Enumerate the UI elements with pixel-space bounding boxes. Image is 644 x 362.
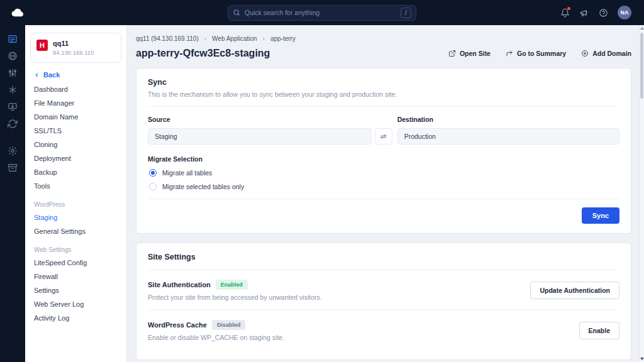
- sidebar-item-ssl-tls[interactable]: SSL/TLS: [25, 124, 126, 138]
- scroll-up-arrow-icon[interactable]: [640, 27, 644, 30]
- icon-rail: [0, 25, 25, 362]
- add-domain-label: Add Domain: [592, 50, 631, 57]
- sidebar-item-tools[interactable]: Tools: [25, 179, 126, 193]
- topbar: / NA: [0, 0, 644, 25]
- back-button[interactable]: Back: [25, 63, 126, 82]
- plus-icon: [581, 50, 589, 57]
- help-icon[interactable]: [599, 8, 608, 18]
- scroll-down-arrow-icon: [640, 358, 644, 360]
- sidebar-item-web-server-log[interactable]: Web Server Log: [25, 297, 126, 311]
- topbar-actions: NA: [560, 6, 644, 19]
- page-title: app-terry-Qfcw3Ec8-staging: [136, 48, 270, 59]
- radio-migrate-all-label: Migrate all tables: [162, 169, 212, 177]
- vertical-scrollbar[interactable]: [639, 25, 644, 362]
- site-authentication-label: Site Authentication: [148, 281, 211, 288]
- sidebar: H qq11 94.130.169.110 Back Dashboard Fil…: [25, 25, 127, 362]
- global-search[interactable]: /: [228, 5, 416, 21]
- site-settings-title: Site Settings: [148, 253, 619, 261]
- search-shortcut-key: /: [401, 8, 411, 18]
- server-provider-logo: H: [36, 40, 48, 51]
- sidebar-item-domain-name[interactable]: Domain Name: [25, 110, 126, 124]
- sliders-icon[interactable]: [8, 68, 18, 78]
- sidebar-section-web-settings: Web Settings: [25, 238, 126, 256]
- server-ip: 94.130.169.110: [53, 49, 94, 56]
- announcements-icon[interactable]: [579, 8, 589, 18]
- breadcrumb-separator-icon: ›: [204, 35, 206, 42]
- external-link-icon: [448, 50, 456, 57]
- main-content: qq11 (94.130.169.110) › Web Application …: [127, 25, 639, 362]
- site-authentication-row: Site Authentication Enabled Protect your…: [148, 270, 619, 310]
- sidebar-item-backup[interactable]: Backup: [25, 165, 126, 179]
- sidebar-item-firewall[interactable]: Firewall: [25, 270, 126, 283]
- sidebar-item-settings[interactable]: Settings: [25, 283, 126, 297]
- sidebar-item-cloning[interactable]: Cloning: [25, 138, 126, 151]
- breadcrumb-web-application[interactable]: Web Application: [212, 35, 257, 42]
- chevron-left-icon: [34, 72, 40, 78]
- destination-input[interactable]: [397, 128, 619, 145]
- sidebar-item-deployment[interactable]: Deployment: [25, 151, 126, 165]
- divider: [148, 106, 619, 107]
- site-authentication-desc: Protect your site from being accessed by…: [148, 293, 530, 301]
- radio-migrate-all[interactable]: Migrate all tables: [148, 169, 619, 177]
- sidebar-item-dashboard[interactable]: Dashboard: [25, 82, 126, 96]
- page-actions: Open Site Go to Summary Add Domain: [448, 50, 631, 57]
- breadcrumb: qq11 (94.130.169.110) › Web Application …: [136, 35, 631, 42]
- breadcrumb-app[interactable]: app-terry: [270, 35, 296, 42]
- scroll-down-button[interactable]: [640, 355, 644, 362]
- app-logo[interactable]: [0, 8, 35, 18]
- sidebar-section-wordpress: WordPress: [25, 193, 126, 211]
- corner-arrow-icon: [506, 50, 513, 57]
- updates-icon[interactable]: [8, 102, 18, 112]
- go-to-summary-button[interactable]: Go to Summary: [506, 50, 566, 57]
- page-header: app-terry-Qfcw3Ec8-staging Open Site Go …: [136, 48, 631, 59]
- radio-icon[interactable]: [149, 183, 157, 190]
- site-settings-card: Site Settings Site Authentication Enable…: [136, 243, 631, 360]
- server-card[interactable]: H qq11 94.130.169.110: [30, 33, 121, 63]
- radio-migrate-selected-label: Migrate selected tables only: [162, 183, 244, 190]
- status-badge-disabled: Disabled: [212, 320, 246, 330]
- sidebar-item-staging[interactable]: Staging: [25, 211, 126, 224]
- web-applications-icon[interactable]: [8, 34, 18, 44]
- breadcrumb-separator-icon: ›: [263, 35, 265, 42]
- sync-fields: Source ⇌ Destination: [148, 116, 619, 145]
- open-site-button[interactable]: Open Site: [448, 50, 491, 57]
- radio-migrate-selected[interactable]: Migrate selected tables only: [148, 183, 619, 190]
- cloud-logo-icon: [11, 8, 25, 18]
- scrollbar-thumb[interactable]: [640, 33, 643, 99]
- archive-icon[interactable]: [8, 163, 18, 173]
- server-name: qq11: [53, 40, 94, 47]
- wordpress-cache-label: WordPress Cache: [148, 321, 207, 329]
- sidebar-item-activity-log[interactable]: Activity Log: [25, 311, 126, 325]
- enable-cache-button[interactable]: Enable: [579, 322, 619, 339]
- sidebar-item-general-settings[interactable]: General Settings: [25, 224, 126, 238]
- services-icon[interactable]: [8, 85, 18, 95]
- go-to-summary-label: Go to Summary: [517, 50, 566, 57]
- migrate-selection-label: Migrate Selection: [148, 155, 619, 163]
- sync-card: Sync This is the mechanism to allow you …: [136, 68, 631, 234]
- search-input[interactable]: [245, 9, 396, 16]
- breadcrumb-server[interactable]: qq11 (94.130.169.110): [136, 35, 199, 42]
- sync-button[interactable]: Sync: [582, 207, 619, 224]
- sync-icon[interactable]: [8, 119, 18, 129]
- radio-icon[interactable]: [149, 169, 157, 177]
- settings-gear-icon[interactable]: [8, 146, 18, 156]
- status-badge-enabled: Enabled: [216, 280, 248, 290]
- search-icon: [233, 9, 240, 16]
- source-input[interactable]: [148, 128, 372, 145]
- notifications-bell-icon[interactable]: [560, 8, 570, 18]
- user-avatar[interactable]: NA: [618, 6, 631, 19]
- wordpress-cache-row: WordPress Cache Disabled Enable or disab…: [148, 310, 619, 350]
- notification-dot: [567, 7, 570, 10]
- globe-icon[interactable]: [8, 51, 18, 61]
- wordpress-cache-desc: Enable or disable WP_CACHE on staging si…: [148, 334, 579, 341]
- sidebar-item-litespeed-config[interactable]: LiteSpeed Config: [25, 256, 126, 270]
- sync-card-title: Sync: [148, 78, 619, 87]
- update-authentication-button[interactable]: Update Authentication: [530, 282, 619, 299]
- open-site-label: Open Site: [460, 50, 491, 57]
- sidebar-item-file-manager[interactable]: File Manager: [25, 96, 126, 110]
- sync-card-subtitle: This is the mechanism to allow you to sy…: [148, 90, 619, 98]
- back-label: Back: [43, 71, 60, 79]
- add-domain-button[interactable]: Add Domain: [581, 50, 631, 57]
- destination-label: Destination: [397, 116, 619, 123]
- swap-icon[interactable]: ⇌: [375, 128, 392, 145]
